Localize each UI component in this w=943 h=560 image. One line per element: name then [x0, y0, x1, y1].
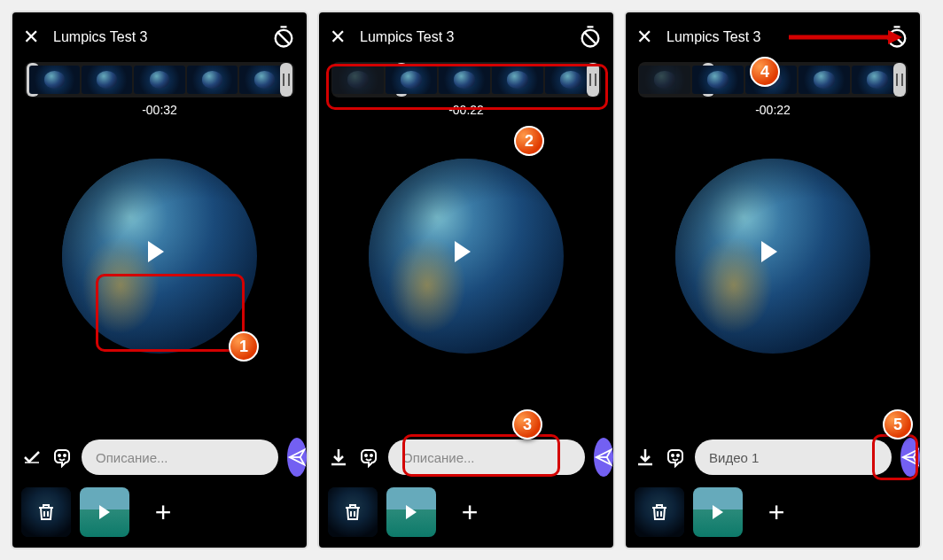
annotation-badge-3: 3: [512, 409, 542, 439]
svg-point-9: [370, 455, 372, 456]
delete-thumb-icon[interactable]: [328, 487, 378, 537]
screen-1: ✕ Lumpics Test 3 -00:32: [11, 11, 308, 549]
screen-3: ✕ Lumpics Test 3 -00:22: [624, 11, 922, 549]
trim-handle-right[interactable]: [893, 63, 906, 97]
svg-point-14: [677, 455, 679, 456]
caption-row: [635, 438, 911, 477]
svg-point-4: [64, 455, 66, 456]
svg-line-12: [891, 32, 903, 44]
self-destruct-timer-icon[interactable]: [271, 25, 296, 50]
video-preview: [12, 128, 307, 385]
trim-handle-right[interactable]: [280, 63, 292, 97]
trim-handle-right[interactable]: [587, 63, 599, 97]
chat-title: Lumpics Test 3: [360, 29, 454, 45]
thumb-1[interactable]: [635, 487, 684, 537]
screen-2: ✕ Lumpics Test 3 -00:22: [317, 11, 615, 549]
video-preview: [319, 128, 613, 385]
play-button[interactable]: [451, 241, 481, 271]
download-icon[interactable]: [328, 445, 349, 470]
annotation-badge-5: 5: [883, 409, 913, 439]
media-thumbnails: +: [21, 487, 298, 537]
delete-thumb-icon[interactable]: [635, 487, 684, 537]
play-button[interactable]: [758, 241, 788, 271]
play-button[interactable]: [144, 241, 175, 271]
self-destruct-timer-icon[interactable]: [885, 25, 909, 50]
caption-row: [21, 438, 298, 477]
caption-input[interactable]: [82, 439, 278, 475]
svg-point-13: [672, 455, 674, 456]
thumb-1[interactable]: [328, 487, 378, 537]
thumb-2[interactable]: [386, 487, 436, 537]
remaining-time: -00:22: [331, 103, 601, 117]
confirm-check-icon[interactable]: [21, 445, 43, 470]
svg-point-3: [58, 455, 60, 456]
close-icon[interactable]: ✕: [330, 26, 346, 49]
sticker-icon[interactable]: [665, 445, 686, 470]
topbar: ✕ Lumpics Test 3: [12, 12, 307, 62]
sticker-icon[interactable]: [51, 445, 73, 470]
caption-input[interactable]: [388, 439, 585, 475]
download-icon[interactable]: [635, 445, 656, 470]
caption-input[interactable]: [695, 439, 892, 475]
remaining-time: -00:22: [638, 103, 908, 117]
svg-line-7: [584, 32, 596, 44]
thumb-1[interactable]: [21, 487, 71, 537]
media-thumbnails: +: [328, 487, 604, 537]
caption-row: [328, 438, 604, 477]
media-thumbnails: +: [635, 487, 911, 537]
video-trim-timeline[interactable]: -00:32: [25, 62, 294, 105]
add-media-button[interactable]: +: [138, 487, 188, 537]
send-button[interactable]: [594, 438, 613, 477]
sticker-icon[interactable]: [358, 445, 379, 470]
video-trim-timeline[interactable]: -00:22: [638, 62, 908, 105]
thumb-2[interactable]: [693, 487, 743, 537]
delete-thumb-icon[interactable]: [21, 487, 71, 537]
thumb-2[interactable]: [80, 487, 129, 537]
topbar: ✕ Lumpics Test 3: [626, 12, 920, 62]
video-trim-timeline[interactable]: -00:22: [331, 62, 601, 105]
chat-title: Lumpics Test 3: [666, 29, 760, 45]
topbar: ✕ Lumpics Test 3: [319, 12, 613, 62]
self-destruct-timer-icon[interactable]: [578, 25, 603, 50]
chat-title: Lumpics Test 3: [53, 29, 147, 45]
add-media-button[interactable]: +: [445, 487, 495, 537]
svg-point-8: [365, 455, 367, 456]
add-media-button[interactable]: +: [752, 487, 801, 537]
close-icon[interactable]: ✕: [23, 26, 39, 49]
remaining-time: -00:32: [25, 103, 294, 117]
svg-line-1: [277, 32, 290, 44]
send-button[interactable]: [287, 438, 307, 477]
video-preview: [626, 128, 920, 385]
close-icon[interactable]: ✕: [636, 26, 652, 49]
send-button[interactable]: [900, 438, 920, 477]
